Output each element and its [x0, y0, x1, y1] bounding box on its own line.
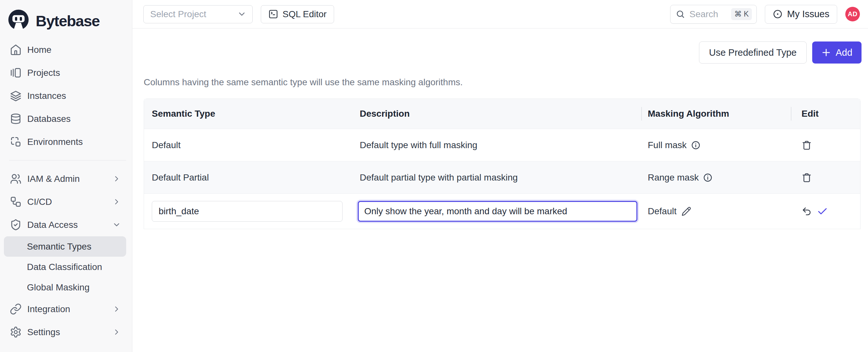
pencil-icon[interactable]	[681, 206, 691, 216]
masking-algorithm-label: Range mask	[648, 172, 699, 183]
terminal-icon	[268, 9, 278, 19]
environments-icon	[10, 136, 22, 148]
sidebar-item-home[interactable]: Home	[0, 38, 132, 61]
sidebar-item-label: Databases	[27, 114, 71, 124]
avatar[interactable]: AD	[845, 7, 860, 22]
users-icon	[10, 173, 22, 185]
my-issues-label: My Issues	[787, 9, 829, 20]
masking-algorithm-label: Default	[648, 206, 677, 217]
sidebar-item-semantic-types[interactable]: Semantic Types	[4, 236, 126, 257]
description-cell: Default partial type with partial maskin…	[349, 172, 641, 183]
project-select-placeholder: Select Project	[150, 9, 206, 20]
sidebar-item-iam-admin[interactable]: IAM & Admin	[0, 167, 132, 190]
projects-icon	[10, 67, 22, 79]
issue-circle-icon	[773, 9, 783, 19]
sidebar-item-label: IAM & Admin	[27, 174, 80, 184]
sidebar-item-environments[interactable]: Environments	[0, 130, 132, 153]
sidebar-divider	[9, 160, 126, 160]
page-content: Use Predefined Type Add Columns having t…	[132, 29, 868, 352]
sidebar-nav: Home Projects Instances Databases Enviro…	[0, 36, 132, 344]
my-issues-button[interactable]: My Issues	[765, 5, 837, 24]
page-description: Columns having the same semantic type wi…	[144, 77, 862, 88]
search-input[interactable]: Search ⌘ K	[670, 5, 757, 24]
search-shortcut-badge: ⌘ K	[731, 8, 752, 20]
topbar: Select Project SQL Editor Search ⌘ K My …	[132, 0, 868, 29]
chevron-right-icon	[112, 197, 121, 206]
workflow-icon	[10, 196, 22, 208]
sidebar-item-label: Integration	[27, 304, 70, 314]
add-button-label: Add	[836, 47, 852, 58]
masking-algorithm-cell: Default	[641, 206, 791, 217]
sidebar: Bytebase Home Projects Instances Databas…	[0, 0, 132, 352]
table-row: Default Default type with full masking F…	[144, 129, 860, 161]
bytebase-logo-icon	[6, 8, 31, 33]
search-icon	[676, 9, 685, 19]
description-cell	[349, 201, 641, 222]
semantic-type-cell: Default Partial	[144, 172, 349, 183]
sidebar-item-label: Environments	[27, 137, 83, 147]
row-actions-cell	[791, 140, 860, 150]
masking-algorithm-label: Full mask	[648, 140, 687, 150]
sidebar-item-data-classification[interactable]: Data Classification	[0, 257, 132, 277]
home-icon	[10, 44, 22, 56]
plus-icon	[821, 47, 831, 57]
row-actions-cell	[791, 172, 860, 183]
link-icon	[10, 303, 22, 315]
layers-icon	[10, 90, 22, 102]
column-header-edit: Edit	[791, 99, 860, 129]
table-row: Default Partial Default partial type wit…	[144, 161, 860, 193]
shield-check-icon	[10, 219, 22, 231]
gear-icon	[10, 326, 22, 338]
column-header-masking-algorithm: Masking Algorithm	[641, 99, 791, 129]
sidebar-item-label: Settings	[27, 327, 60, 338]
sidebar-item-label: Data Classification	[27, 262, 102, 272]
sidebar-item-label: Data Access	[27, 220, 78, 230]
page-actions: Use Predefined Type Add	[144, 41, 862, 64]
info-icon[interactable]	[691, 140, 701, 150]
sql-editor-label: SQL Editor	[282, 9, 327, 20]
check-icon[interactable]	[817, 206, 828, 217]
sidebar-item-settings[interactable]: Settings	[0, 321, 132, 344]
chevron-right-icon	[112, 174, 121, 183]
sidebar-item-label: CI/CD	[27, 197, 52, 207]
database-icon	[10, 113, 22, 125]
brand-name: Bytebase	[36, 12, 100, 30]
undo-icon[interactable]	[802, 206, 812, 217]
use-predefined-type-button[interactable]: Use Predefined Type	[699, 41, 807, 64]
sidebar-item-data-access[interactable]: Data Access	[0, 213, 132, 236]
trash-icon[interactable]	[802, 172, 812, 183]
row-actions-cell	[791, 206, 860, 217]
sidebar-item-integration[interactable]: Integration	[0, 297, 132, 321]
semantic-types-table: Semantic Type Description Masking Algori…	[144, 99, 861, 229]
sidebar-item-databases[interactable]: Databases	[0, 107, 132, 130]
project-select[interactable]: Select Project	[143, 5, 253, 23]
sidebar-item-instances[interactable]: Instances	[0, 84, 132, 107]
chevron-down-icon	[237, 9, 247, 19]
sidebar-item-global-masking[interactable]: Global Masking	[0, 277, 132, 297]
main-area: Select Project SQL Editor Search ⌘ K My …	[132, 0, 868, 352]
table-row-editing: Default	[144, 193, 860, 229]
sidebar-item-label: Projects	[27, 68, 60, 78]
semantic-type-cell: Default	[144, 140, 349, 150]
sidebar-item-label: Global Masking	[27, 282, 90, 293]
brand-logo[interactable]: Bytebase	[0, 0, 132, 36]
sidebar-item-label: Instances	[27, 91, 66, 101]
column-header-semantic-type: Semantic Type	[144, 99, 349, 129]
description-cell: Default type with full masking	[349, 140, 641, 150]
semantic-type-input[interactable]	[152, 201, 343, 222]
add-button[interactable]: Add	[812, 41, 862, 64]
app-window: Bytebase Home Projects Instances Databas…	[0, 0, 868, 352]
sidebar-item-projects[interactable]: Projects	[0, 61, 132, 84]
search-placeholder: Search	[689, 9, 718, 20]
info-icon[interactable]	[703, 173, 713, 183]
sidebar-item-cicd[interactable]: CI/CD	[0, 190, 132, 213]
chevron-right-icon	[112, 328, 121, 337]
masking-algorithm-cell: Range mask	[641, 172, 791, 183]
sql-editor-button[interactable]: SQL Editor	[261, 5, 334, 23]
sidebar-item-label: Semantic Types	[27, 242, 91, 252]
column-header-description: Description	[349, 99, 641, 129]
description-input[interactable]	[358, 201, 638, 222]
table-header-row: Semantic Type Description Masking Algori…	[144, 99, 860, 129]
trash-icon[interactable]	[802, 140, 812, 150]
semantic-type-cell	[144, 201, 349, 222]
